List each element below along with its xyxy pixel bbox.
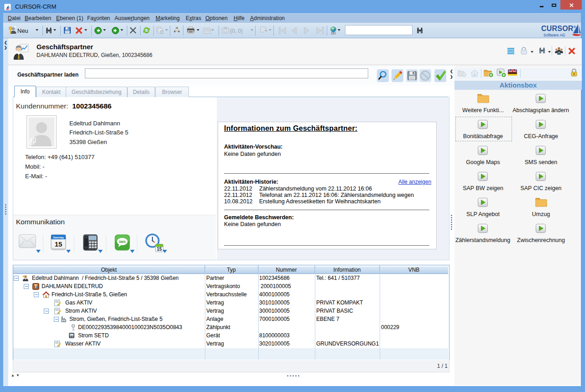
svg-text:SMS: SMS (119, 240, 126, 243)
svg-text:15: 15 (157, 247, 162, 252)
svg-text:15: 15 (55, 240, 63, 248)
svg-text:Samstag: Samstag (53, 236, 64, 239)
